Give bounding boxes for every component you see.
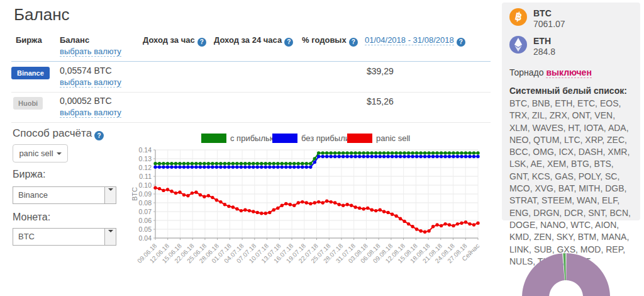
exchange-badge-binance[interactable]: Binance: [11, 67, 50, 79]
choose-currency-link[interactable]: выбрать валюту: [60, 77, 121, 87]
y-tick-label: 0.10: [139, 181, 152, 189]
annual-income-value: $15,26: [367, 96, 394, 106]
balance-value: 0,05574 BTC: [60, 65, 112, 76]
help-icon[interactable]: [94, 131, 104, 140]
help-icon[interactable]: [197, 38, 206, 47]
coin-select-label: Монета:: [13, 212, 50, 223]
eth-rate-value: 284.8: [533, 47, 555, 57]
whitelist-title: Системный белый список:: [509, 86, 627, 96]
y-tick-label: 0.07: [139, 208, 152, 215]
annual-income-value: $39,29: [367, 66, 394, 76]
donut-segment-0: [522, 253, 610, 296]
row-divider: [11, 122, 491, 123]
eth-icon: [509, 36, 527, 54]
date-range-control: 01/04/2018 - 31/08/2018: [365, 35, 465, 47]
coin-select[interactable]: BTC: [13, 228, 116, 246]
chevron-down-icon: [108, 230, 113, 232]
y-tick-label: 0.05: [139, 225, 152, 233]
col-header-annual-pct: % годовых: [302, 35, 358, 47]
exchange-badge-huobi[interactable]: Huobi: [13, 97, 43, 110]
col-header-income-hour: Доход за час: [143, 35, 206, 47]
balance-value: 0,00052 BTC: [60, 96, 112, 106]
help-icon[interactable]: [284, 38, 293, 47]
btc-label: BTC: [533, 8, 552, 18]
coin-select-value: BTC: [18, 232, 35, 241]
rates-panel: ฿ BTC 7061.07 ETH 284.8 Торнадо выключен…: [502, 3, 640, 220]
tornado-status: Торнадо выключен: [509, 67, 592, 77]
choose-currency-header-link[interactable]: выбрать валюту: [60, 47, 121, 56]
portfolio-donut-chart: [509, 251, 626, 296]
y-axis-title: BTC: [132, 187, 138, 201]
balance-page: Баланс Биржа Баланс выбрать валюту Доход…: [0, 0, 644, 296]
row-divider: [11, 92, 491, 93]
col-header-balance: Баланс: [60, 35, 89, 45]
y-tick-label: 0.06: [139, 217, 152, 224]
exchange-select-value: Binance: [18, 190, 48, 200]
exchange-select[interactable]: Binance: [13, 186, 116, 204]
header-divider: [11, 61, 491, 62]
chevron-down-icon: [108, 188, 113, 191]
balance-line-chart: 0.040.050.060.070.080.090.100.110.120.13…: [132, 126, 497, 295]
y-tick-label: 0.14: [139, 146, 152, 154]
exchange-select-label: Биржа:: [13, 169, 45, 180]
calc-method-dropdown[interactable]: panic sell: [13, 144, 68, 162]
select-arrow-button[interactable]: [104, 229, 116, 245]
date-range-link[interactable]: 01/04/2018 - 31/08/2018: [365, 35, 454, 45]
y-tick-label: 0.04: [139, 234, 152, 242]
page-title: Баланс: [14, 5, 70, 25]
choose-currency-link[interactable]: выбрать валюту: [60, 108, 121, 117]
btc-rate-value: 7061.07: [533, 19, 565, 29]
chevron-down-icon: [57, 152, 62, 155]
help-icon[interactable]: [349, 38, 358, 47]
select-arrow-button[interactable]: [104, 187, 116, 203]
tornado-toggle-link[interactable]: выключен: [546, 67, 591, 78]
calc-method-heading: Способ расчёта: [13, 127, 104, 140]
y-tick-label: 0.08: [139, 199, 152, 207]
col-header-exchange: Биржа: [16, 35, 42, 45]
btc-icon: ฿: [509, 8, 527, 26]
y-tick-label: 0.13: [139, 155, 152, 162]
y-tick-label: 0.09: [139, 190, 152, 198]
eth-label: ETH: [533, 36, 551, 46]
col-header-income-day: Доход за 24 часа: [214, 35, 293, 47]
help-icon[interactable]: [457, 38, 465, 47]
y-tick-label: 0.12: [139, 164, 152, 171]
y-tick-label: 0.11: [139, 173, 152, 180]
whitelist-coins: BTC, BNB, ETH, ETC, EOS, TRX, ZIL, ZRX, …: [509, 98, 634, 268]
